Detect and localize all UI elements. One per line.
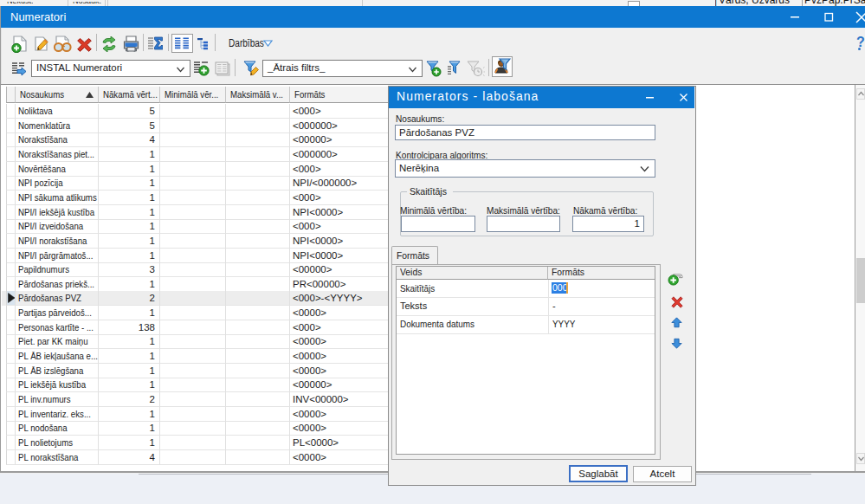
svg-text:?: ?	[856, 36, 865, 49]
